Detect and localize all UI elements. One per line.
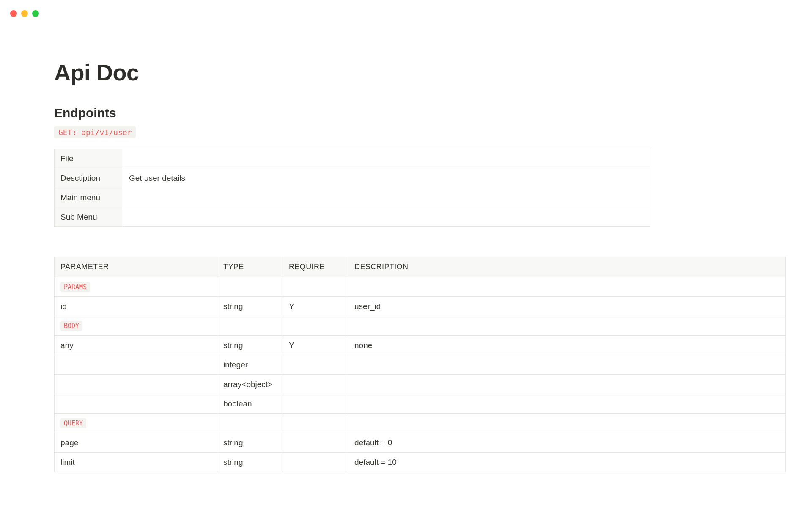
table-row: limitstringdefault = 10 (55, 453, 786, 472)
info-value[interactable] (122, 207, 650, 227)
info-label: Desctiption (55, 168, 122, 188)
close-window-button[interactable] (10, 10, 17, 17)
cell-type[interactable]: string (217, 453, 283, 472)
cell-description[interactable] (348, 394, 786, 414)
cell-description[interactable]: user_id (348, 297, 786, 316)
info-table: File Desctiption Get user details Main m… (54, 149, 650, 227)
cell-parameter[interactable]: QUERY (55, 414, 217, 433)
info-row-main-menu: Main menu (55, 188, 650, 207)
cell-parameter[interactable]: any (55, 336, 217, 355)
col-header-require: REQUIRE (283, 257, 348, 277)
endpoint-chip: GET: api/v1/user (54, 126, 136, 138)
cell-type[interactable]: boolean (217, 394, 283, 414)
cell-type[interactable]: string (217, 297, 283, 316)
table-row: idstringYuser_id (55, 297, 786, 316)
cell-type[interactable] (217, 414, 283, 433)
cell-description[interactable]: none (348, 336, 786, 355)
cell-require[interactable] (283, 355, 348, 375)
cell-description[interactable]: default = 0 (348, 433, 786, 453)
document-body: Api Doc Endpoints GET: api/v1/user File … (54, 59, 798, 472)
cell-description[interactable] (348, 414, 786, 433)
table-row: array<object> (55, 375, 786, 394)
info-label: File (55, 149, 122, 168)
cell-parameter[interactable] (55, 375, 217, 394)
info-label: Main menu (55, 188, 122, 207)
cell-description[interactable] (348, 355, 786, 375)
col-header-description: DESCRIPTION (348, 257, 786, 277)
table-row: boolean (55, 394, 786, 414)
cell-parameter[interactable]: PARAMS (55, 277, 217, 297)
table-row: BODY (55, 316, 786, 336)
cell-require[interactable] (283, 277, 348, 297)
info-value[interactable] (122, 149, 650, 168)
cell-parameter[interactable]: id (55, 297, 217, 316)
cell-description[interactable] (348, 277, 786, 297)
cell-type[interactable]: integer (217, 355, 283, 375)
cell-parameter[interactable]: BODY (55, 316, 217, 336)
section-tag: QUERY (60, 418, 86, 428)
window-controls (10, 10, 39, 17)
cell-require[interactable] (283, 316, 348, 336)
cell-type[interactable] (217, 316, 283, 336)
cell-description[interactable] (348, 375, 786, 394)
table-row: pagestringdefault = 0 (55, 433, 786, 453)
cell-require[interactable]: Y (283, 297, 348, 316)
page-title: Api Doc (54, 59, 798, 86)
table-row: anystringYnone (55, 336, 786, 355)
cell-type[interactable]: string (217, 433, 283, 453)
info-label: Sub Menu (55, 207, 122, 227)
cell-type[interactable]: string (217, 336, 283, 355)
cell-parameter[interactable]: page (55, 433, 217, 453)
table-row: QUERY (55, 414, 786, 433)
table-row: PARAMS (55, 277, 786, 297)
cell-parameter[interactable]: limit (55, 453, 217, 472)
cell-require[interactable] (283, 394, 348, 414)
cell-parameter[interactable] (55, 394, 217, 414)
info-row-file: File (55, 149, 650, 168)
info-row-description: Desctiption Get user details (55, 168, 650, 188)
cell-description[interactable]: default = 10 (348, 453, 786, 472)
info-row-sub-menu: Sub Menu (55, 207, 650, 227)
table-row: integer (55, 355, 786, 375)
cell-require[interactable] (283, 453, 348, 472)
cell-parameter[interactable] (55, 355, 217, 375)
cell-require[interactable] (283, 433, 348, 453)
section-heading-endpoints: Endpoints (54, 106, 798, 120)
cell-require[interactable] (283, 375, 348, 394)
cell-require[interactable]: Y (283, 336, 348, 355)
cell-description[interactable] (348, 316, 786, 336)
section-tag: BODY (60, 321, 82, 331)
info-value[interactable]: Get user details (122, 168, 650, 188)
col-header-type: TYPE (217, 257, 283, 277)
cell-type[interactable] (217, 277, 283, 297)
cell-type[interactable]: array<object> (217, 375, 283, 394)
col-header-parameter: PARAMETER (55, 257, 217, 277)
parameters-header-row: PARAMETER TYPE REQUIRE DESCRIPTION (55, 257, 786, 277)
parameters-table: PARAMETER TYPE REQUIRE DESCRIPTION PARAM… (54, 257, 786, 472)
info-value[interactable] (122, 188, 650, 207)
section-tag: PARAMS (60, 282, 90, 292)
cell-require[interactable] (283, 414, 348, 433)
minimize-window-button[interactable] (21, 10, 28, 17)
maximize-window-button[interactable] (32, 10, 39, 17)
